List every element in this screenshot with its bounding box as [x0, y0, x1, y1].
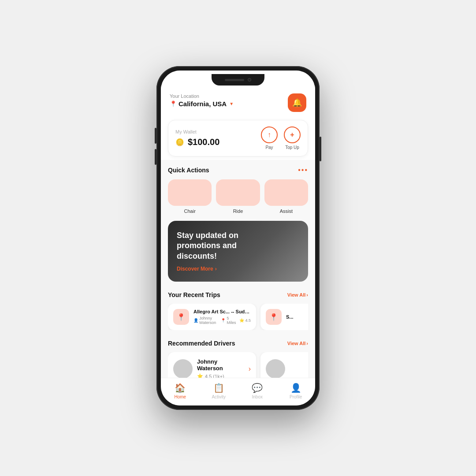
trip-sep: --	[231, 309, 235, 314]
quick-actions-grid: Chair Ride Assist	[168, 179, 308, 214]
pay-label: Pay	[265, 145, 273, 150]
driver-name-1: Johnny Waterson	[197, 358, 244, 372]
trip-distance: 📍 5 Miles	[221, 316, 236, 325]
activity-icon: 📋	[213, 383, 224, 393]
trip-rating-value: 4.5	[245, 318, 251, 323]
ride-icon-box	[216, 179, 260, 206]
trip-driver-name: Johnny Waterson	[199, 316, 217, 325]
person-icon: 👤	[193, 318, 198, 323]
profile-icon: 👤	[290, 383, 301, 393]
nav-profile[interactable]: 👤 Profile	[277, 383, 316, 399]
nav-activity[interactable]: 📋 Activity	[200, 383, 238, 399]
chair-label: Chair	[184, 208, 196, 214]
quick-action-assist[interactable]: Assist	[264, 179, 308, 214]
star-icon: ⭐	[239, 318, 244, 323]
home-icon: 🏠	[175, 383, 186, 393]
quick-action-ride[interactable]: Ride	[216, 179, 260, 214]
driver-info-1: Johnny Waterson ⭐ 4.5 (1k+)	[197, 358, 244, 378]
recent-trips-title: Your Recent Trips	[168, 291, 220, 298]
trips-view-all-button[interactable]: View All ›	[287, 292, 308, 298]
trip-to: Sudirman Str...	[236, 309, 251, 314]
discover-more-button[interactable]: Discover More ›	[177, 266, 299, 272]
pay-button[interactable]: ↑ Pay	[261, 126, 278, 150]
notch	[212, 74, 264, 86]
driver-card-2[interactable]	[260, 352, 308, 378]
drivers-chevron-icon: ›	[306, 341, 308, 346]
location-label: Your Location	[170, 93, 234, 99]
bell-icon: 🔔	[292, 98, 302, 108]
trips-view-all-label: View All	[287, 292, 306, 298]
phone-screen: Your Location 📍 California, USA ▼ 🔔 My W…	[161, 71, 315, 405]
promo-card: Stay updated on promotions and discounts…	[168, 221, 308, 282]
inbox-icon: 💬	[252, 383, 263, 393]
quick-actions-section: Quick Actions ••• Chair Ride Assist	[161, 160, 315, 217]
trip-location-icon: 📍	[173, 309, 189, 325]
location-row: 📍 California, USA ▼	[170, 100, 234, 108]
notification-button[interactable]: 🔔	[288, 93, 306, 112]
chair-icon-box	[168, 179, 212, 206]
recent-trips-section: Your Recent Trips View All › 📍 Allegro A…	[161, 285, 315, 334]
home-label: Home	[174, 394, 186, 399]
driver-avatar-2	[266, 359, 285, 378]
notch-bar	[161, 71, 315, 87]
chevron-down-icon[interactable]: ▼	[229, 101, 234, 106]
distance-icon: 📍	[221, 318, 226, 323]
trip-driver: 👤 Johnny Waterson	[193, 316, 217, 325]
nav-home[interactable]: 🏠 Home	[161, 383, 200, 399]
quick-action-chair[interactable]: Chair	[168, 179, 212, 214]
driver-chevron-icon-1: ›	[249, 365, 251, 373]
topup-button[interactable]: + Top Up	[284, 126, 301, 150]
trip-location-icon-2: 📍	[266, 309, 282, 325]
nav-inbox[interactable]: 💬 Inbox	[238, 383, 277, 399]
trip-info-2: S...	[286, 314, 308, 320]
inbox-label: Inbox	[252, 394, 263, 399]
assist-label: Assist	[280, 208, 293, 214]
bottom-navigation: 🏠 Home 📋 Activity 💬 Inbox 👤 Profile	[161, 378, 315, 405]
location-pin-icon: 📍	[170, 100, 177, 107]
trip-meta-1: 👤 Johnny Waterson 📍 5 Miles ⭐ 4.5	[193, 316, 251, 325]
location-info: Your Location 📍 California, USA ▼	[170, 93, 234, 108]
wallet-amount-row: 🪙 $100.00	[175, 137, 219, 147]
trip-card-2[interactable]: 📍 S...	[260, 304, 308, 330]
wallet-card: My Wallet 🪙 $100.00 ↑ Pay +	[168, 120, 308, 156]
driver-rating-value-1: 4.5 (1k+)	[205, 374, 224, 378]
drivers-view-all-label: View All	[287, 341, 306, 346]
quick-actions-title: Quick Actions	[168, 167, 209, 174]
trip-rating: ⭐ 4.5	[239, 318, 251, 323]
wallet-icon: 🪙	[175, 138, 184, 146]
phone-frame: Your Location 📍 California, USA ▼ 🔔 My W…	[156, 66, 320, 410]
driver-card-1[interactable]: Johnny Waterson ⭐ 4.5 (1k+) ›	[168, 352, 256, 378]
star-icon-1: ⭐	[197, 373, 203, 378]
drivers-title: Recommended Drivers	[168, 340, 235, 347]
drivers-scroll[interactable]: Johnny Waterson ⭐ 4.5 (1k+) ›	[168, 352, 308, 378]
speaker	[225, 79, 244, 81]
wallet-info: My Wallet 🪙 $100.00	[175, 129, 219, 147]
topup-label: Top Up	[285, 145, 299, 150]
profile-label: Profile	[290, 394, 302, 399]
arrow-right-icon: ›	[215, 266, 217, 272]
trip-card-1[interactable]: 📍 Allegro Art Sc... -- Sudirman Str... 👤	[168, 304, 256, 330]
wallet-section: My Wallet 🪙 $100.00 ↑ Pay +	[161, 116, 315, 160]
trip-route-1: Allegro Art Sc... -- Sudirman Str...	[193, 309, 251, 314]
discover-more-label: Discover More	[177, 266, 213, 272]
trips-scroll[interactable]: 📍 Allegro Art Sc... -- Sudirman Str... 👤	[168, 304, 308, 330]
drivers-view-all-button[interactable]: View All ›	[287, 341, 308, 346]
screen-content[interactable]: Your Location 📍 California, USA ▼ 🔔 My W…	[161, 87, 315, 378]
activity-label: Activity	[212, 394, 226, 399]
camera	[248, 78, 251, 82]
recommended-drivers-section: Recommended Drivers View All › Johnny Wa…	[161, 334, 315, 378]
trip-info-1: Allegro Art Sc... -- Sudirman Str... 👤 J…	[193, 309, 251, 325]
trips-chevron-icon: ›	[306, 292, 308, 298]
wallet-amount: $100.00	[188, 137, 219, 147]
driver-avatar-1	[173, 359, 193, 378]
ride-label: Ride	[233, 208, 243, 214]
more-dots-button[interactable]: •••	[298, 166, 308, 174]
trip-distance-value: 5 Miles	[227, 316, 236, 325]
assist-icon-box	[264, 179, 308, 206]
power-button	[320, 137, 321, 161]
trip-route-2: S...	[286, 314, 308, 320]
location-name: California, USA	[178, 100, 227, 108]
wallet-label: My Wallet	[175, 129, 219, 134]
header: Your Location 📍 California, USA ▼ 🔔	[161, 87, 315, 116]
vol-down-button	[155, 149, 156, 165]
